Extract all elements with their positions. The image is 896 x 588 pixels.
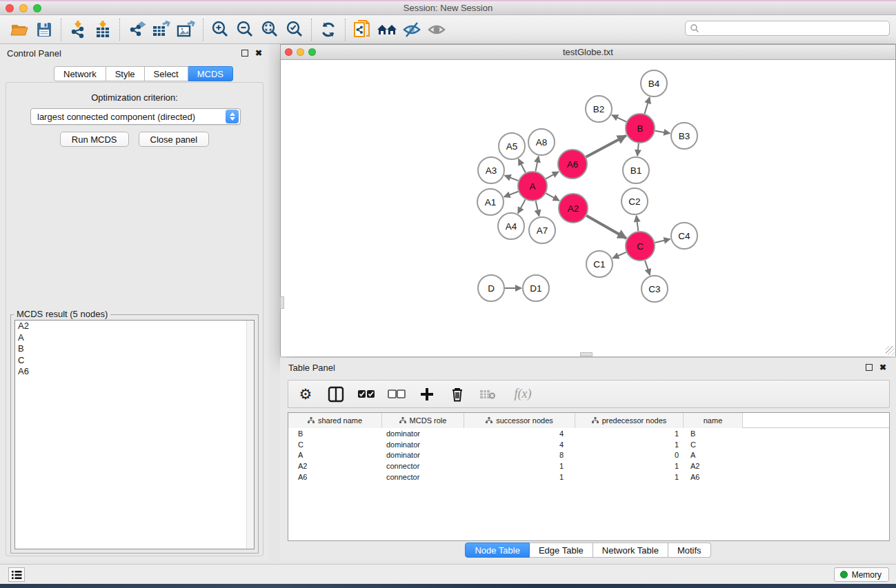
graph-node-D1[interactable]: D1 (523, 275, 549, 301)
graph-node-A[interactable]: A (518, 172, 547, 201)
left-splitter-handle[interactable] (280, 296, 284, 309)
import-network-icon[interactable] (66, 18, 90, 41)
export-network-icon[interactable] (124, 18, 149, 41)
gear-icon[interactable]: ⚙ (297, 385, 315, 403)
tab-motifs[interactable]: Motifs (668, 543, 711, 558)
graph-node-A6[interactable]: A6 (558, 150, 587, 179)
graph-node-C[interactable]: C (626, 232, 655, 261)
hide-details-icon[interactable] (399, 18, 424, 41)
graph-edge-A-A7[interactable] (536, 201, 539, 216)
graph-node-A5[interactable]: A5 (499, 133, 525, 159)
graph-node-C2[interactable]: C2 (621, 188, 648, 214)
graph-edge-A-A2[interactable] (546, 193, 559, 201)
graph-edge-C-C3[interactable] (645, 261, 650, 275)
tab-network-table[interactable]: Network Table (593, 543, 668, 558)
column-header-name[interactable]: name (684, 413, 743, 428)
column-header-predecessor-nodes[interactable]: predecessor nodes (575, 413, 684, 428)
network-clone-icon[interactable] (350, 18, 375, 41)
graph-edge-A-A8[interactable] (535, 156, 538, 172)
table-row[interactable]: Cdominator41C (288, 439, 889, 450)
result-item[interactable]: A (15, 332, 254, 344)
zoom-in-icon[interactable] (208, 18, 232, 41)
graph-edge-A-A6[interactable] (546, 172, 559, 179)
close-window-button[interactable] (6, 4, 14, 12)
result-item[interactable]: A2 (15, 321, 254, 332)
column-header-shared-name[interactable]: shared name (288, 413, 382, 428)
bottom-splitter-handle[interactable] (580, 352, 593, 356)
import-table-icon[interactable] (90, 18, 115, 41)
tab-network[interactable]: Network (54, 66, 106, 81)
graph-node-A4[interactable]: A4 (498, 213, 524, 239)
graph-node-C4[interactable]: C4 (671, 223, 697, 249)
zoom-selected-icon[interactable] (282, 18, 307, 41)
deselect-all-icon[interactable] (388, 385, 406, 403)
graph-edge-A-A4[interactable] (518, 199, 526, 213)
graph-edge-B-B1[interactable] (637, 143, 639, 156)
search-field[interactable] (685, 21, 890, 36)
close-table-panel-icon[interactable]: ✖ (879, 364, 886, 371)
column-header-successor-nodes[interactable]: successor nodes (464, 413, 575, 428)
column-header-mcds-role[interactable]: MCDS role (382, 413, 464, 428)
table-row[interactable]: Bdominator41B (288, 428, 889, 439)
graph-node-B[interactable]: B (626, 114, 655, 143)
float-table-panel-icon[interactable] (866, 364, 873, 371)
close-panel-button[interactable]: Close panel (139, 132, 210, 147)
criterion-dropdown[interactable]: largest connected component (directed) (30, 108, 241, 125)
zoom-out-icon[interactable] (232, 18, 257, 41)
add-column-icon[interactable] (418, 385, 436, 403)
graph-node-B2[interactable]: B2 (586, 96, 612, 122)
table-row[interactable]: Adominator80A (288, 449, 889, 460)
graph-edge-C-C1[interactable] (613, 252, 626, 258)
graph-node-B3[interactable]: B3 (671, 123, 697, 149)
select-all-icon[interactable] (357, 385, 375, 403)
delete-column-icon[interactable] (448, 385, 466, 403)
graph-node-B1[interactable]: B1 (623, 157, 649, 183)
memory-button[interactable]: Memory (834, 567, 889, 582)
tab-select[interactable]: Select (145, 66, 188, 81)
tab-edge-table[interactable]: Edge Table (530, 543, 593, 558)
graph-edge-C-C4[interactable] (655, 239, 670, 243)
task-history-button[interactable] (8, 567, 25, 582)
graph-edge-A-A3[interactable] (505, 176, 519, 181)
result-item[interactable]: B (15, 343, 254, 355)
result-item[interactable]: C (15, 355, 254, 367)
float-panel-icon[interactable] (241, 50, 248, 57)
graph-edge-A-A5[interactable] (519, 159, 526, 173)
column-browser-icon[interactable] (327, 385, 345, 403)
result-scrollbar[interactable] (246, 321, 254, 549)
refresh-icon[interactable] (316, 18, 341, 41)
search-input[interactable] (699, 22, 889, 34)
network-minimize-button[interactable] (297, 48, 304, 56)
graph-node-A3[interactable]: A3 (478, 157, 504, 183)
tab-node-table[interactable]: Node Table (465, 543, 530, 558)
graph-node-A2[interactable]: A2 (559, 194, 588, 223)
resize-grip[interactable] (886, 346, 895, 355)
tab-style[interactable]: Style (106, 66, 145, 81)
graph-edge-B-B2[interactable] (612, 115, 626, 122)
graph-edge-A-A1[interactable] (504, 192, 519, 197)
graph-node-A8[interactable]: A8 (528, 129, 555, 155)
table-row[interactable]: A2connector11A2 (288, 460, 889, 472)
graph-node-D[interactable]: D (478, 275, 504, 301)
graph-edge-C-C2[interactable] (637, 216, 639, 231)
network-zoom-button[interactable] (308, 48, 316, 56)
export-table-icon[interactable] (149, 18, 174, 41)
graph-node-A7[interactable]: A7 (529, 217, 555, 243)
minimize-window-button[interactable] (19, 4, 28, 12)
graph-node-B4[interactable]: B4 (641, 70, 667, 97)
zoom-fit-icon[interactable] (257, 18, 282, 41)
network-window-titlebar[interactable]: testGlobe.txt (281, 45, 895, 60)
home-icon[interactable] (375, 18, 399, 41)
graph-edge-B-B4[interactable] (644, 97, 649, 114)
run-mcds-button[interactable]: Run MCDS (60, 132, 129, 147)
graph-node-A1[interactable]: A1 (477, 189, 504, 215)
save-session-icon[interactable] (32, 18, 57, 41)
export-image-icon[interactable] (174, 18, 199, 41)
network-close-button[interactable] (285, 48, 292, 56)
graph-edge-A6-B[interactable] (586, 136, 626, 157)
close-panel-icon[interactable]: ✖ (255, 50, 262, 57)
table-row[interactable]: A6connector11A6 (288, 472, 889, 483)
tab-mcds[interactable]: MCDS (188, 66, 233, 81)
graph-node-C1[interactable]: C1 (586, 251, 613, 277)
result-item[interactable]: A6 (15, 366, 254, 378)
